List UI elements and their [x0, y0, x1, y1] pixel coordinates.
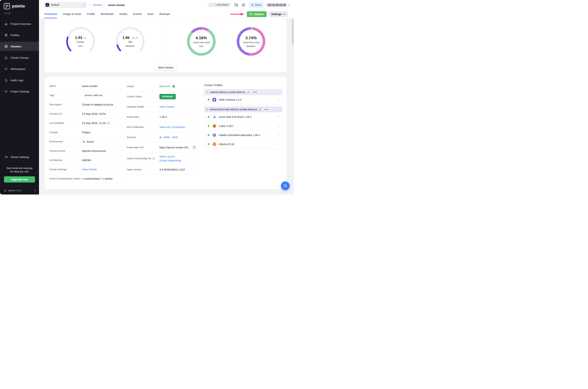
- profile-item-name: Hello Universe 1.2.0: [219, 98, 242, 101]
- running-status-badge[interactable]: RUNNING: [159, 94, 176, 99]
- sidebar-item-cluster-groups[interactable]: Cluster Groups: [0, 53, 39, 62]
- addon-profile-header[interactable]: ADDON PROFILE AZURE-PROFILE PROJ: [204, 89, 282, 95]
- compass-icon[interactable]: [241, 3, 246, 7]
- sidebar-item-audit-logs[interactable]: Audit Logs: [0, 76, 39, 85]
- row-architecture: Architecture AMD64: [49, 156, 122, 165]
- row-label: Agent version: [127, 168, 159, 171]
- tab-workloads[interactable]: Workloads: [101, 10, 114, 18]
- cpu-ring-label: CPU: [199, 45, 203, 47]
- promo-text: Start small and only pay for what you us…: [0, 166, 39, 173]
- sidebar-item-label: Audit Logs: [10, 79, 23, 82]
- project-selector-value: Default: [51, 3, 59, 6]
- last-modified-value: 23 Sep 2024, 21:34: [82, 122, 106, 125]
- row-label: K8s Certificates: [127, 126, 159, 129]
- more-details-button[interactable]: More Details: [155, 64, 177, 70]
- project-chart-icon: [46, 3, 49, 7]
- row-environment: Environment Azure: [49, 137, 122, 146]
- topbar-right: 1.29/100kCh Docs: [208, 2, 290, 8]
- calico-icon: [212, 124, 217, 128]
- breadcrumb-separator: /: [105, 3, 106, 6]
- tab-events[interactable]: Events: [133, 10, 142, 18]
- cluster-settings-view-details-link[interactable]: View Details: [82, 168, 97, 171]
- more-details-row: More Details: [45, 64, 286, 70]
- profile-item-hello-universe[interactable]: Hello Universe 1.2.0: [204, 95, 282, 104]
- memory-gauge-label: MEMORY: [126, 45, 135, 47]
- updates-button[interactable]: Updates: [247, 11, 267, 17]
- status-dot: [208, 125, 209, 127]
- infrastructure-profile-title: INFRASTRUCTURE PROFILE AZURE-PROFILE: [210, 108, 257, 111]
- sidebar-item-profiles[interactable]: Profiles: [0, 31, 39, 40]
- sidebar-collapse-button[interactable]: [31, 186, 39, 194]
- chat-icon[interactable]: [234, 3, 238, 7]
- tab-nodes[interactable]: Nodes: [119, 10, 128, 18]
- admin-kubeconfig-link[interactable]: admin.azure-cluster.kubeconfig: [159, 155, 185, 162]
- chevron-down-icon: [207, 91, 209, 93]
- project-selector[interactable]: Default: [44, 2, 87, 8]
- profile-item-azure-csi[interactable]: Azure Disk CSI Driver 1.28.3: [204, 112, 282, 121]
- settings-button[interactable]: Settings: [269, 11, 288, 17]
- gear-icon: [4, 90, 8, 93]
- sidebar-item-project-settings[interactable]: Project Settings: [0, 87, 39, 96]
- tab-scan[interactable]: Scan: [147, 10, 154, 18]
- main-area: Default / Clusters / azure-cluster 1.29/…: [39, 0, 294, 194]
- created-on-value: 23 Sep 2024, 19:53: [82, 112, 122, 115]
- sidebar-item-label: Clusters: [10, 45, 21, 48]
- tab-backups[interactable]: Backups: [159, 10, 170, 18]
- tab-overview[interactable]: Overview: [44, 10, 57, 18]
- upgrade-view-details-link[interactable]: View Details: [159, 105, 174, 108]
- usage-quota-pill: 1.29/100kCh: [208, 3, 230, 7]
- info-icon[interactable]: [152, 157, 155, 160]
- info-icon[interactable]: [107, 122, 110, 124]
- user-name-blurred: [267, 4, 286, 6]
- clusters-icon: [4, 45, 8, 48]
- docs-button[interactable]: Docs: [249, 2, 264, 8]
- row-cloud-account: Cloud Account spectro-cloud-azure: [49, 146, 122, 156]
- upgrade-now-button[interactable]: Upgrade now: [4, 176, 35, 183]
- service-port-3000-link[interactable]: :3000: [171, 136, 178, 139]
- book-icon: [251, 4, 254, 6]
- service-port-8080-link[interactable]: :8080: [163, 136, 170, 139]
- row-label: Admin Kubeconfig File: [127, 157, 151, 160]
- tab-profile[interactable]: Profile: [87, 10, 95, 18]
- profile-item-calico[interactable]: Calico 3.26.1: [204, 121, 282, 130]
- chevron-left-icon: [34, 190, 36, 192]
- row-label: Environment: [49, 140, 82, 143]
- sidebar-item-clusters[interactable]: Clusters: [0, 42, 39, 51]
- status-dot: [208, 99, 209, 100]
- row-context: Context Project: [49, 128, 122, 137]
- sidebar-item-label: Profiles: [10, 33, 20, 37]
- stack-icon: [4, 33, 8, 37]
- promo-line-2: for what you use!: [0, 170, 39, 173]
- details-middle-column: Health HEALTHY Cluster Status RUNNING Up…: [127, 81, 199, 189]
- scrollbar-thumb[interactable]: [292, 19, 293, 45]
- sidebar-item-project-overview[interactable]: Project Overview: [0, 19, 39, 28]
- copy-icon[interactable]: [192, 145, 197, 150]
- azure-icon: [82, 140, 85, 143]
- breadcrumb-clusters-link[interactable]: Clusters: [93, 3, 102, 6]
- sidebar-item-label: Project Overview: [10, 22, 31, 25]
- status-dot: [208, 134, 209, 136]
- breadcrumb-separator: /: [89, 3, 90, 6]
- chevron-down-icon: [288, 4, 290, 6]
- sidebar-item-workspaces[interactable]: Workspaces: [0, 64, 39, 73]
- sidebar-item-label: Workspaces: [10, 67, 25, 70]
- sidebar-item-label: Cluster Groups: [10, 56, 29, 59]
- search-fab-button[interactable]: [281, 181, 290, 190]
- profile-item-palette-extended-k8s[interactable]: Palette eXtended Kubernetes 1.30.4: [204, 130, 282, 139]
- view-k8s-certificates-link[interactable]: View K8s Certificates: [159, 126, 185, 129]
- update-circle-icon: [249, 13, 252, 16]
- profile-item-ubuntu[interactable]: Ubuntu 22.04: [204, 139, 282, 149]
- chevron-down-icon: [283, 13, 285, 15]
- infrastructure-profile-header[interactable]: INFRASTRUCTURE PROFILE AZURE-PROFILE PRO…: [204, 107, 282, 112]
- row-agent-version: Agent version 4.4.9/20240912.1118: [127, 164, 199, 175]
- user-account-menu[interactable]: [267, 4, 290, 6]
- brand: palette: [0, 0, 39, 9]
- chevron-right-icon: [278, 143, 280, 145]
- row-name: Name azure-cluster: [49, 81, 122, 91]
- sidebar-item-tenant-settings[interactable]: Tenant Settings: [0, 153, 39, 162]
- content-area: 1.93/ 8 Cores CPU 1.96/ 16.76 Gb MEMORY: [39, 19, 294, 194]
- row-control-plane-nodes: Control Plane/Worker Nodes 1 control-pla…: [49, 174, 122, 183]
- tab-usage-costs[interactable]: Usage & Costs: [63, 10, 81, 18]
- cluster-profiles-title: Cluster Profiles: [204, 84, 282, 87]
- proj-badge: PROJ: [251, 91, 259, 94]
